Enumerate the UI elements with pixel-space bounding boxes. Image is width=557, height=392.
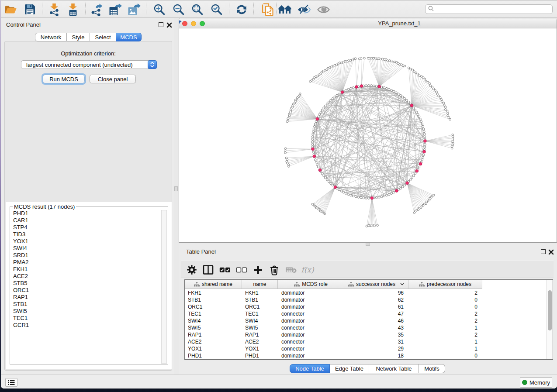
table-row[interactable]: TEC1 TEC1 connector 47 2	[185, 310, 547, 317]
cell-name: SWI5	[242, 325, 278, 331]
list-icon	[8, 379, 15, 385]
mcds-result-node[interactable]: YOX1	[10, 238, 161, 245]
network-window-title: YPA_prune.txt_1	[179, 20, 557, 27]
mcds-result-node[interactable]: FKH1	[10, 266, 161, 273]
network-window-titlebar[interactable]: YPA_prune.txt_1	[179, 18, 557, 28]
tab-node-table[interactable]: Node Table	[290, 364, 330, 373]
splitter-grip-icon[interactable]	[366, 243, 370, 246]
panel-splitter-vertical[interactable]	[174, 18, 179, 375]
table-row[interactable]: ACE2 ACE2 connector 31 1	[185, 338, 547, 345]
table-row[interactable]: SWI4 SWI4 dominator 46 2	[185, 317, 547, 324]
table-panel-tabs: Node TableEdge TableNetwork TableMotifs	[290, 364, 445, 373]
mcds-result-node[interactable]: CAR1	[10, 217, 161, 224]
column-header-predecessor-nodes[interactable]: predecessor nodes	[408, 280, 482, 289]
column-header-name[interactable]: name	[242, 280, 278, 289]
cell-mcds-role: dominator	[278, 318, 344, 324]
mcds-result-node[interactable]: RAP1	[10, 294, 161, 301]
mcds-result-node[interactable]: SWI4	[10, 245, 161, 252]
table-panel-float-button[interactable]	[541, 249, 546, 254]
mcds-list-scrollbar[interactable]	[161, 210, 167, 364]
status-bar: Memory	[1, 375, 557, 389]
add-column-icon[interactable]	[251, 263, 265, 277]
tab-style[interactable]: Style	[67, 33, 90, 41]
table-row[interactable]: PHD1 PHD1 dominator 18 0	[185, 352, 547, 359]
table-options-icon[interactable]	[185, 263, 199, 277]
cell-successor-nodes: 31	[344, 339, 408, 345]
column-header-successor-nodes[interactable]: successor nodes	[344, 280, 408, 289]
mcds-result-node[interactable]: TEC1	[10, 315, 161, 322]
cell-predecessor-nodes: 2	[408, 318, 482, 324]
select-all-icon[interactable]	[218, 263, 232, 277]
search-input[interactable]	[436, 5, 552, 13]
tab-network[interactable]: Network	[35, 33, 67, 41]
refresh-icon[interactable]	[234, 2, 249, 17]
mcds-result-node[interactable]: STB5	[10, 280, 161, 287]
table-panel-close-icon[interactable]	[548, 249, 554, 255]
mcds-result-node[interactable]: ORC1	[10, 287, 161, 294]
control-panel-float-button[interactable]	[159, 22, 163, 27]
export-image-icon[interactable]	[127, 2, 142, 17]
cell-mcds-role: connector	[278, 346, 344, 352]
mcds-result-node[interactable]: ACE2	[10, 273, 161, 280]
run-mcds-button[interactable]: Run MCDS	[43, 75, 85, 83]
cell-shared-name: ACE2	[185, 339, 242, 345]
table-row[interactable]: STB1 STB1 dominator 62 0	[185, 296, 547, 303]
zoom-fit-icon[interactable]	[190, 2, 205, 17]
mcds-result-node[interactable]: SRD1	[10, 252, 161, 259]
show-all-icon[interactable]	[316, 2, 331, 17]
hide-selected-icon[interactable]	[296, 2, 311, 17]
column-header-shared-name[interactable]: shared name	[185, 280, 242, 289]
export-network-icon[interactable]	[89, 2, 104, 17]
table-scrollbar-thumb[interactable]	[548, 290, 552, 330]
zoom-out-icon[interactable]	[171, 2, 186, 17]
tab-edge-table[interactable]: Edge Table	[330, 364, 369, 373]
cell-successor-nodes: 18	[344, 353, 408, 359]
export-table-icon[interactable]	[108, 2, 123, 17]
deselect-all-icon[interactable]	[235, 263, 249, 277]
mcds-result-list[interactable]: PHD1CAR1STP4TID3YOX1SWI4SRD1PMA2FKH1ACE2…	[10, 210, 161, 364]
cell-shared-name: SWI5	[185, 325, 242, 331]
splitter-grip-icon[interactable]	[174, 186, 178, 191]
mcds-result-node[interactable]: PMA2	[10, 259, 161, 266]
import-table-icon[interactable]	[66, 2, 80, 17]
toolbar-separator	[276, 3, 277, 16]
criterion-dropdown[interactable]: largest connected component (undirected)	[21, 60, 157, 69]
first-neighbors-icon[interactable]	[277, 2, 292, 17]
table-scrollbar[interactable]	[547, 280, 553, 359]
mcds-result-area: MCDS result (17 nodes) PHD1CAR1STP4TID3Y…	[6, 202, 172, 369]
memory-label: Memory	[529, 379, 550, 386]
mcds-result-node[interactable]: STP4	[10, 224, 161, 231]
table-row[interactable]: FKH1 FKH1 dominator 96 2	[185, 289, 547, 296]
show-panels-button[interactable]	[5, 378, 17, 387]
column-header-MCDS-role[interactable]: MCDS role	[278, 280, 344, 289]
tab-select[interactable]: Select	[90, 33, 116, 41]
tab-mcds[interactable]: MCDS	[116, 33, 142, 41]
close-panel-button[interactable]: Close panel	[90, 75, 136, 83]
search-box[interactable]	[425, 4, 553, 14]
cell-name: ACE2	[242, 339, 278, 345]
table-row[interactable]: SWI5 SWI5 connector 43 1	[185, 324, 547, 331]
mcds-result-node[interactable]: GCR1	[10, 322, 161, 329]
mcds-result-node[interactable]: SWI5	[10, 308, 161, 315]
save-session-icon[interactable]	[22, 2, 37, 17]
mcds-result-node[interactable]: TID3	[10, 231, 161, 238]
table-row[interactable]: YOX1 YOX1 connector 29 1	[185, 345, 547, 352]
delete-column-icon[interactable]	[267, 263, 281, 277]
mcds-result-node[interactable]: STB1	[10, 301, 161, 308]
network-canvas[interactable]	[179, 28, 557, 243]
clone-network-icon[interactable]	[260, 2, 275, 17]
network-leaf-nodes[interactable]	[284, 57, 454, 227]
tab-network-table[interactable]: Network Table	[369, 364, 419, 373]
zoom-in-icon[interactable]	[152, 2, 167, 17]
show-columns-icon[interactable]	[201, 263, 215, 277]
import-network-icon[interactable]	[47, 2, 62, 17]
zoom-selected-icon[interactable]	[209, 2, 224, 17]
table-row[interactable]: RAP1 RAP1 dominator 35 2	[185, 331, 547, 338]
table-row[interactable]: ORC1 ORC1 dominator 61 0	[185, 303, 547, 310]
control-panel-close-icon[interactable]	[166, 22, 172, 28]
mcds-result-node[interactable]: PHD1	[10, 210, 161, 217]
panel-splitter-horizontal[interactable]	[179, 243, 557, 246]
open-file-icon[interactable]	[3, 2, 18, 17]
memory-button[interactable]: Memory	[520, 377, 552, 388]
tab-motifs[interactable]: Motifs	[419, 364, 445, 373]
